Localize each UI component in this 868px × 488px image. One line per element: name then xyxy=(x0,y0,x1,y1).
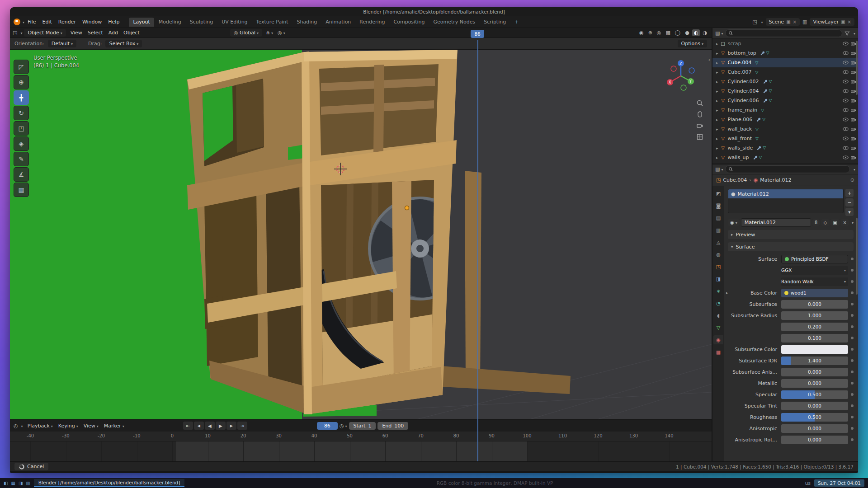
camera-restrict-icon[interactable] xyxy=(851,136,856,141)
properties-search-input[interactable] xyxy=(735,167,847,172)
scene-unlink-icon[interactable]: × xyxy=(793,19,797,24)
workspace-tab[interactable]: Geometry Nodes xyxy=(429,18,479,27)
outliner-item[interactable]: wall_front ▽ xyxy=(712,134,858,143)
pin-icon[interactable]: ⊙ xyxy=(850,177,854,183)
animate-dot-icon[interactable] xyxy=(851,382,854,385)
animate-dot-icon[interactable] xyxy=(851,291,854,294)
taskbar-window-button[interactable]: Blender [/home/amalie/Desktop/blender/ba… xyxy=(34,479,185,487)
scene-new-icon[interactable]: ▣ xyxy=(786,19,790,24)
users-count-button[interactable]: 8 xyxy=(812,219,820,226)
camera-restrict-icon[interactable] xyxy=(851,99,856,103)
transport-button[interactable] xyxy=(194,422,204,430)
object-name[interactable]: walls_side xyxy=(728,145,753,151)
workspace-tab[interactable]: Scripting xyxy=(480,18,510,27)
properties-filter-chevron-icon[interactable] xyxy=(852,166,855,172)
tool-button[interactable] xyxy=(14,106,29,120)
object-name[interactable]: Cylinder.002 xyxy=(728,79,759,84)
disclosure-triangle-icon[interactable] xyxy=(716,88,718,94)
browse-material-icon[interactable]: ◉ xyxy=(728,219,740,226)
properties-tab[interactable] xyxy=(713,225,723,235)
workspace-tab[interactable]: Layout xyxy=(129,18,154,27)
property-control[interactable]: 1.000 ▾ xyxy=(781,311,848,320)
new-material-icon[interactable]: ▣ xyxy=(830,219,839,226)
disclosure-triangle-icon[interactable] xyxy=(716,50,718,56)
animate-dot-icon[interactable] xyxy=(851,325,854,328)
taskbar-clock[interactable]: Sun, 27 Oct 04:01 xyxy=(814,479,864,487)
disclosure-triangle-icon[interactable] xyxy=(716,69,718,75)
disclosure-triangle-icon[interactable] xyxy=(716,107,718,113)
view-layer-new-icon[interactable]: ▣ xyxy=(841,19,845,24)
transform-orientation-selector[interactable]: ◎ Global xyxy=(230,29,262,37)
object-name[interactable]: bottom_top xyxy=(728,50,756,56)
tool-button[interactable] xyxy=(14,121,29,136)
viewport-toggle-icon[interactable] xyxy=(683,29,691,36)
animate-dot-icon[interactable] xyxy=(851,280,854,283)
blender-logo-icon[interactable] xyxy=(14,19,20,25)
camera-view-icon[interactable] xyxy=(696,122,703,129)
viewport-menu-item[interactable]: Select xyxy=(85,29,106,37)
outliner-item[interactable]: walls_side ▽ xyxy=(712,143,858,153)
menu-item[interactable]: Help xyxy=(105,18,123,26)
animate-dot-icon[interactable] xyxy=(851,337,854,339)
slot-specials-button[interactable]: ▾ xyxy=(845,208,854,216)
timeline-menu-item[interactable]: Keying xyxy=(56,422,81,430)
timeline-menu-item[interactable]: Marker xyxy=(101,422,127,430)
expand-triangle-icon[interactable]: ▸ xyxy=(726,291,728,295)
hide-eye-icon[interactable] xyxy=(843,51,849,55)
outliner-scrollbar[interactable] xyxy=(856,41,858,95)
options-dropdown[interactable]: Options xyxy=(678,40,707,47)
viewport-toggle-icon[interactable] xyxy=(664,29,672,36)
outliner-display-mode-icon[interactable]: ▤ xyxy=(715,30,723,36)
ortho-grid-icon[interactable] xyxy=(696,133,703,141)
hide-eye-icon[interactable] xyxy=(843,80,849,84)
properties-tab[interactable] xyxy=(713,311,723,320)
menu-item[interactable]: Render xyxy=(55,18,79,26)
timeline-ruler[interactable]: -40-30-20-100102030405060708090100110120… xyxy=(10,432,712,441)
timeline-editor-chevron-icon[interactable] xyxy=(20,423,23,429)
viewport-menu-item[interactable]: Add xyxy=(106,29,121,37)
timeline-track[interactable] xyxy=(10,441,712,461)
disclosure-triangle-icon[interactable] xyxy=(716,155,718,160)
property-control[interactable]: Random Walk ▾ xyxy=(781,277,848,286)
workspace-tab[interactable]: Shading xyxy=(293,18,321,27)
property-control[interactable]: wood1 ▾ xyxy=(781,289,848,297)
outliner-item[interactable]: Cylinder.006 ▽ xyxy=(712,96,858,105)
outliner-item[interactable]: Cylinder.002 ▽ xyxy=(712,77,858,86)
animate-dot-icon[interactable] xyxy=(851,303,854,305)
keyboard-layout-indicator[interactable]: us xyxy=(805,480,811,486)
hide-eye-icon[interactable] xyxy=(843,136,849,141)
sidebar-collapse-icon[interactable]: ‹ xyxy=(708,57,710,63)
property-control[interactable]: ▾ xyxy=(781,345,848,354)
properties-tab[interactable] xyxy=(713,250,723,259)
animate-dot-icon[interactable] xyxy=(851,269,854,272)
object-name[interactable]: frame_main xyxy=(728,107,758,113)
view-layer-unlink-icon[interactable]: × xyxy=(848,19,851,24)
tool-button[interactable] xyxy=(14,75,29,89)
workspace-tab[interactable]: Compositing xyxy=(390,18,429,27)
workspace-tab[interactable]: Texture Paint xyxy=(252,18,292,27)
view-layer-selector[interactable]: ViewLayer ▣ × xyxy=(810,18,854,26)
outliner-filter-chevron-icon[interactable] xyxy=(852,30,855,36)
surface-panel-header[interactable]: ▾ Surface xyxy=(728,242,854,251)
properties-tab[interactable] xyxy=(713,213,723,222)
camera-restrict-icon[interactable] xyxy=(851,108,856,112)
workspace-tab[interactable]: Sculpting xyxy=(186,18,217,27)
outliner-item[interactable]: bottom_top ▽ xyxy=(712,48,858,58)
animate-dot-icon[interactable] xyxy=(851,359,854,362)
properties-tab[interactable] xyxy=(713,262,723,271)
tool-button[interactable] xyxy=(14,152,29,166)
workspace-tab[interactable]: Rendering xyxy=(355,18,389,27)
app-menu-chevron-icon[interactable] xyxy=(21,19,24,25)
property-control[interactable]: 0.200 ▾ xyxy=(781,323,848,331)
outliner-search[interactable] xyxy=(725,29,842,37)
animate-dot-icon[interactable] xyxy=(851,427,854,430)
hide-eye-icon[interactable] xyxy=(843,42,849,46)
playhead[interactable]: 86 xyxy=(477,40,478,461)
hide-eye-icon[interactable] xyxy=(843,146,849,150)
editor-type-chevron-icon[interactable] xyxy=(19,30,22,36)
properties-search[interactable] xyxy=(725,165,850,173)
viewport-toggle-icon[interactable] xyxy=(646,29,654,36)
transport-button[interactable] xyxy=(226,422,236,430)
property-control[interactable]: GGX ▾ xyxy=(781,266,848,275)
outliner-item[interactable]: Plane.006 ▽ xyxy=(712,115,858,124)
